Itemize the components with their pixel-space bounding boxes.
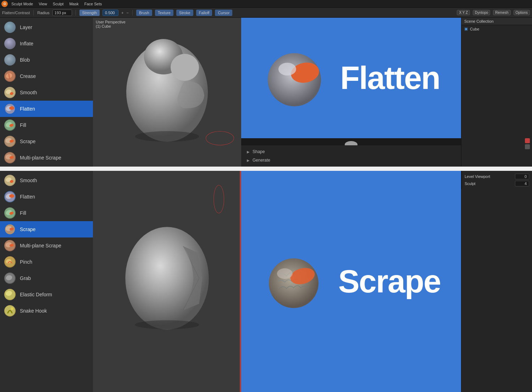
menu-sculpt-mode[interactable]: Sculpt Mode	[9, 1, 35, 7]
brush-cursor-top	[206, 131, 234, 145]
bottom-viewport[interactable]	[93, 171, 241, 392]
sidebar-item-inflate[interactable]: Inflate	[0, 35, 93, 52]
sculpt-level-label: Sculpt	[465, 181, 476, 186]
scrape-b-icon	[4, 224, 16, 235]
prop-advanced[interactable]: ▶ Advanced	[244, 165, 458, 167]
scrape-top-icon	[4, 136, 16, 147]
top-panel: ⊙ Sculpt Mode View Sculpt Mask Face Sets…	[0, 0, 532, 167]
axis-button[interactable]: X Y Z	[457, 10, 470, 15]
options-button[interactable]: Options	[514, 10, 530, 15]
sidebar-item-elastic[interactable]: Elastic Deform	[0, 286, 93, 303]
right-sidebar-top: Scene Collection ▣ Cube	[461, 18, 532, 167]
minus-icon: −	[127, 11, 129, 15]
sidebar-item-multiplane-top[interactable]: Multi-plane Scrape	[0, 150, 93, 166]
brush-menu-button[interactable]: Brush	[136, 10, 152, 16]
sculpt-level-row: Sculpt 4	[465, 180, 529, 187]
layer-label: Layer	[20, 24, 32, 30]
inflate-label: Inflate	[20, 41, 33, 46]
multiplane-b-icon	[4, 240, 16, 251]
sidebar-item-layer[interactable]: Layer	[0, 19, 93, 35]
top-brush-showcase-name: Flatten	[340, 60, 440, 96]
elastic-label: Elastic Deform	[20, 292, 52, 297]
bottom-sidebar: Smooth Flatten Fill Scrape	[0, 171, 93, 392]
falloff-menu-button[interactable]: Falloff	[196, 10, 212, 16]
top-sidebar: Layer Inflate Blob Crease Smooth	[0, 18, 93, 167]
brush-name-label: Flatten/Contrast	[2, 11, 30, 15]
sidebar-item-fill[interactable]: Fill	[0, 117, 93, 133]
sidebar-item-smooth-b[interactable]: Smooth	[0, 172, 93, 189]
sidebar-item-flatten[interactable]: Flatten	[0, 101, 93, 117]
bottom-panel-body: Smooth Flatten Fill Scrape	[0, 171, 532, 392]
top-mesh-svg	[117, 25, 217, 159]
fill-icon	[4, 119, 16, 131]
sidebar-item-snake[interactable]: Snake Hook	[0, 303, 93, 319]
smooth-top-icon	[4, 87, 16, 98]
top-viewport[interactable]: User Perspective (1) Cube	[93, 18, 241, 167]
sidebar-item-multiplane-b[interactable]: Multi-plane Scrape	[0, 237, 93, 254]
cube-icon: ▣	[464, 27, 468, 31]
bottom-brush-showcase-name: Scrape	[338, 263, 440, 300]
prop-generate[interactable]: ▶ Generate	[244, 157, 458, 164]
menu-face-sets[interactable]: Face Sets	[82, 1, 104, 7]
svg-point-24	[278, 63, 296, 75]
smooth-top-label: Smooth	[20, 90, 37, 95]
sidebar-item-scrape-b[interactable]: Scrape	[0, 221, 93, 237]
crease-label: Crease	[20, 73, 36, 79]
advanced-label: Advanced	[253, 166, 271, 167]
sidebar-item-scrape-top[interactable]: Scrape	[0, 133, 93, 150]
sep2	[76, 10, 76, 16]
toolbar: Flatten/Contrast Radius Strength + − Bru…	[0, 8, 532, 18]
radius-input[interactable]	[52, 10, 72, 16]
scrape-top-label: Scrape	[20, 139, 35, 144]
snake-label: Snake Hook	[20, 308, 47, 314]
dyntopo-button[interactable]: Dyntopo	[473, 10, 490, 15]
fill-label: Fill	[20, 122, 26, 128]
cursor-menu-button[interactable]: Cursor	[215, 10, 232, 16]
sidebar-item-blob[interactable]: Blob	[0, 52, 93, 68]
cube-name-label: Cube	[470, 27, 479, 31]
menu-sculpt[interactable]: Sculpt	[51, 1, 66, 7]
scene-collection-header: Scene Collection	[461, 18, 532, 25]
remesh-button[interactable]: Remesh	[493, 10, 510, 15]
strength-input[interactable]	[102, 10, 118, 16]
pinch-icon	[4, 256, 16, 268]
fill-b-icon	[4, 207, 16, 219]
top-brush-showcase: Flatten	[241, 18, 461, 138]
inflate-icon	[4, 38, 16, 49]
scene-cube-item[interactable]: ▣ Cube	[461, 25, 532, 33]
viewport-icons	[525, 138, 530, 149]
svg-point-52	[135, 320, 199, 329]
sidebar-item-crease[interactable]: Crease	[0, 68, 93, 84]
top-brush-showcase-icon	[262, 46, 326, 110]
menu-mask[interactable]: Mask	[67, 1, 81, 7]
blob-label: Blob	[20, 57, 30, 63]
showcase-separator	[241, 138, 461, 145]
viewport-icon-2[interactable]	[525, 144, 530, 149]
scrape-b-label: Scrape	[20, 226, 35, 232]
right-sidebar-bottom: Level Viewport 0 Sculpt 4	[461, 171, 532, 392]
scene-empty	[461, 33, 532, 167]
menu-view[interactable]: View	[37, 1, 49, 7]
pinch-label: Pinch	[20, 259, 32, 265]
sidebar-item-pinch[interactable]: Pinch	[0, 254, 93, 270]
sidebar-item-grab[interactable]: Grab	[0, 270, 93, 286]
panel-divider	[0, 167, 532, 171]
texture-menu-button[interactable]: Texture	[155, 10, 173, 16]
blob-icon	[4, 54, 16, 66]
grab-icon	[4, 273, 16, 284]
top-properties-panel: ▶ Shape ▶ Generate ▶ Advanced	[241, 145, 461, 167]
smooth-b-label: Smooth	[20, 178, 37, 183]
sidebar-item-fill-b[interactable]: Fill	[0, 205, 93, 221]
elastic-icon	[4, 289, 16, 300]
sidebar-item-flatten-b[interactable]: Flatten	[0, 189, 93, 205]
strength-button[interactable]: Strength	[79, 10, 100, 16]
svg-point-20	[171, 54, 199, 81]
level-viewport-row: Level Viewport 0	[465, 173, 529, 180]
smooth-b-icon	[4, 175, 16, 186]
viewport-icon-1[interactable]	[525, 138, 530, 143]
sep1	[33, 10, 34, 16]
stroke-menu-button[interactable]: Stroke	[176, 10, 193, 16]
sidebar-item-smooth-top[interactable]: Smooth	[0, 84, 93, 101]
top-panel-body: Layer Inflate Blob Crease Smooth	[0, 18, 532, 167]
prop-shape[interactable]: ▶ Shape	[244, 148, 458, 155]
